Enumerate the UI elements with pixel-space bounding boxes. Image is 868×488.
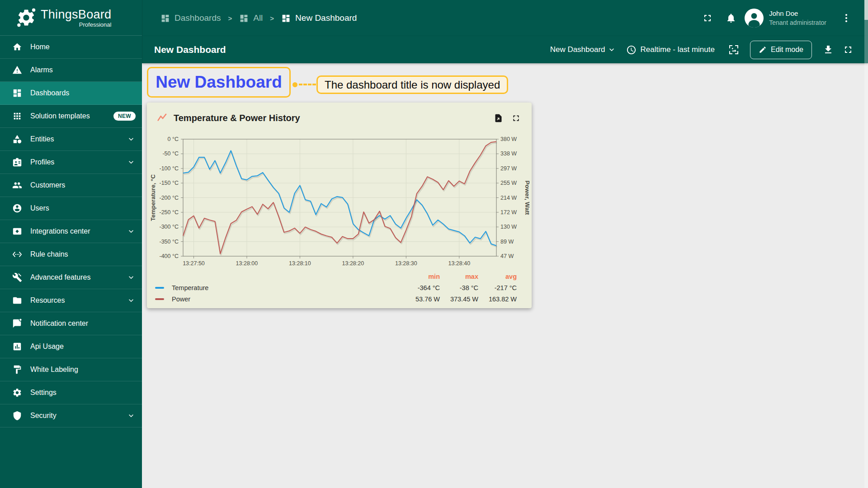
- folder-icon: [12, 296, 22, 305]
- svg-text:-200 °C: -200 °C: [159, 195, 179, 201]
- edit-mode-button[interactable]: Edit mode: [750, 41, 812, 59]
- person-icon: [12, 203, 22, 213]
- download-icon: [823, 44, 834, 55]
- chevron-down-icon: [127, 273, 136, 282]
- notification-icon: [12, 319, 22, 328]
- avatar[interactable]: [745, 9, 764, 28]
- user-info[interactable]: John Doe Tenant administrator: [769, 9, 826, 27]
- sidebar-item-label: Rule chains: [30, 250, 136, 258]
- dashboards-icon: [12, 88, 22, 98]
- notifications-button[interactable]: [721, 8, 741, 28]
- timewindow-button[interactable]: Realtime - last minute: [626, 45, 715, 55]
- legend-col-min: min: [401, 273, 440, 280]
- legend-col-max: max: [440, 273, 478, 280]
- chevron-down-icon: [127, 135, 136, 144]
- sidebar-item-profiles[interactable]: Profiles: [0, 151, 142, 174]
- chevron-down-icon: [127, 158, 136, 167]
- sidebar-item-label: Profiles: [30, 158, 118, 166]
- page-title: New Dashboard: [154, 44, 226, 55]
- svg-text:338 W: 338 W: [500, 150, 517, 157]
- svg-text:13:28:00: 13:28:00: [236, 260, 258, 266]
- logo-block[interactable]: ThingsBoard Professional: [0, 0, 142, 36]
- legend-row-temperature[interactable]: Temperature -364 °C -38 °C -217 °C: [155, 282, 517, 293]
- svg-text:Power, Watt: Power, Watt: [524, 180, 531, 215]
- widget-actions: [486, 113, 521, 123]
- scrollbar-thumb[interactable]: [864, 0, 868, 20]
- home-icon: [12, 42, 22, 52]
- dashboard-image-button[interactable]: [724, 40, 744, 60]
- svg-text:13:27:50: 13:27:50: [183, 260, 205, 266]
- user-role: Tenant administrator: [769, 19, 826, 27]
- dashboard-title-text: New Dashboard: [156, 73, 282, 92]
- breadcrumb-all[interactable]: All: [239, 13, 263, 23]
- svg-text:13:28:30: 13:28:30: [395, 260, 417, 266]
- fullscreen-button[interactable]: [698, 8, 717, 28]
- sidebar-item-label: Security: [30, 412, 118, 420]
- widget-header: Temperature & Power History: [147, 103, 532, 124]
- more-menu-button[interactable]: [836, 8, 856, 28]
- line-chart-icon: [157, 112, 169, 124]
- sidebar-item-label: Settings: [30, 389, 136, 397]
- badge-icon: [12, 157, 22, 167]
- legend-header-row: min max avg: [155, 271, 517, 282]
- widget-fullscreen-icon[interactable]: [511, 113, 521, 123]
- export-widget-data-icon[interactable]: [494, 113, 503, 123]
- sidebar-item-label: Solution templates: [30, 112, 105, 120]
- category-icon: [12, 134, 22, 144]
- sidebar-item-resources[interactable]: Resources: [0, 289, 142, 312]
- new-badge: NEW: [113, 112, 136, 121]
- sidebar-item-entities[interactable]: Entities: [0, 128, 142, 151]
- svg-text:-300 °C: -300 °C: [159, 224, 179, 230]
- sidebar-item-label: White Labeling: [30, 366, 136, 374]
- timewindow-label: Realtime - last minute: [641, 45, 715, 54]
- annotation-tooltip: The dashboard title is now displayed: [316, 75, 508, 94]
- breadcrumb-separator: >: [228, 14, 232, 22]
- sidebar-item-integrations-center[interactable]: Integrations center: [0, 220, 142, 243]
- legend-row-power[interactable]: Power 53.76 W 373.45 W 163.82 W: [155, 293, 517, 305]
- dashboard-icon: [239, 14, 249, 23]
- sidebar-item-solution-templates[interactable]: Solution templates NEW: [0, 105, 142, 128]
- brand-edition: Professional: [41, 21, 111, 28]
- legend-series-name: Power: [172, 296, 190, 303]
- sidebar-item-label: Advanced features: [30, 273, 118, 282]
- bell-icon: [726, 13, 736, 23]
- export-dashboard-button[interactable]: [818, 40, 838, 60]
- sidebar-item-home[interactable]: Home: [0, 36, 142, 59]
- dashboard-fullscreen-button[interactable]: [838, 40, 858, 60]
- sidebar-item-settings[interactable]: Settings: [0, 381, 142, 404]
- breadcrumb-new-dashboard[interactable]: New Dashboard: [281, 13, 357, 23]
- svg-text:297 W: 297 W: [500, 165, 517, 172]
- toolbar-actions: New Dashboard Realtime - last minute Edi…: [550, 40, 858, 60]
- sidebar-item-security[interactable]: Security: [0, 404, 142, 427]
- svg-text:255 W: 255 W: [500, 180, 517, 186]
- breadcrumb-separator: >: [270, 14, 274, 22]
- svg-text:130 W: 130 W: [500, 224, 517, 230]
- sidebar-item-notification-center[interactable]: Notification center: [0, 312, 142, 335]
- sidebar-item-advanced-features[interactable]: Advanced features: [0, 266, 142, 289]
- state-selector-label: New Dashboard: [550, 45, 605, 54]
- sidebar-item-label: Users: [30, 204, 136, 212]
- svg-text:-50 °C: -50 °C: [162, 150, 179, 157]
- svg-text:-400 °C: -400 °C: [159, 253, 179, 259]
- edit-mode-label: Edit mode: [771, 46, 803, 54]
- breadcrumb-dashboards[interactable]: Dashboards: [160, 13, 221, 23]
- sidebar-item-users[interactable]: Users: [0, 197, 142, 220]
- sidebar-item-white-labeling[interactable]: White Labeling: [0, 358, 142, 381]
- sidebar-item-customers[interactable]: Customers: [0, 174, 142, 197]
- top-bar: Dashboards > All > New Dashboard J: [142, 0, 868, 36]
- dashboard-icon: [281, 14, 291, 23]
- sidebar-item-api-usage[interactable]: Api Usage: [0, 335, 142, 358]
- bar-chart-icon: [12, 342, 22, 352]
- rule-chain-icon: [12, 249, 22, 259]
- scrollbar-track[interactable]: [864, 0, 868, 488]
- dashboard-state-selector[interactable]: New Dashboard: [550, 45, 616, 54]
- timeseries-chart[interactable]: 0 °C380 W-50 °C338 W-100 °C297 W-150 °C2…: [147, 130, 532, 266]
- sidebar-item-alarms[interactable]: Alarms: [0, 59, 142, 82]
- sidebar-item-rule-chains[interactable]: Rule chains: [0, 243, 142, 266]
- svg-text:172 W: 172 W: [500, 209, 517, 216]
- dashboard-toolbar: New Dashboard New Dashboard Realtime - l…: [142, 36, 868, 63]
- sidebar-item-dashboards[interactable]: Dashboards: [0, 82, 142, 105]
- thingsboard-logo-icon: [16, 8, 36, 28]
- shield-icon: [12, 411, 22, 421]
- annotation-connector-line: [299, 84, 316, 85]
